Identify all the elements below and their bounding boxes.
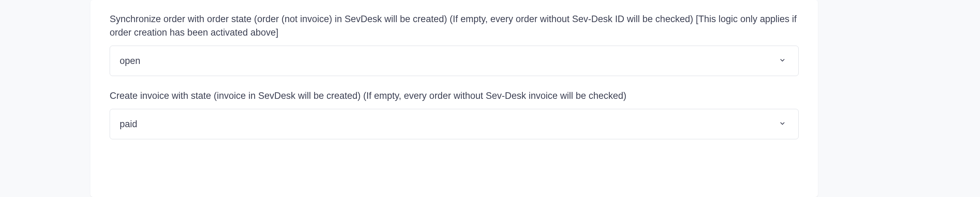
page-container: Synchronize order with order state (orde… xyxy=(0,0,980,197)
invoice-state-label: Create invoice with state (invoice in Se… xyxy=(110,89,799,103)
sync-order-label: Synchronize order with order state (orde… xyxy=(110,13,799,39)
sync-order-selected-value: open xyxy=(120,56,140,66)
invoice-state-select[interactable]: paid xyxy=(110,109,799,139)
form-group-sync-order: Synchronize order with order state (orde… xyxy=(110,13,799,76)
invoice-state-selected-value: paid xyxy=(120,119,137,130)
sync-order-select-wrapper: open xyxy=(110,46,799,76)
invoice-state-select-wrapper: paid xyxy=(110,109,799,139)
form-group-invoice-state: Create invoice with state (invoice in Se… xyxy=(110,89,799,139)
settings-card: Synchronize order with order state (orde… xyxy=(90,0,818,197)
sync-order-select[interactable]: open xyxy=(110,46,799,76)
